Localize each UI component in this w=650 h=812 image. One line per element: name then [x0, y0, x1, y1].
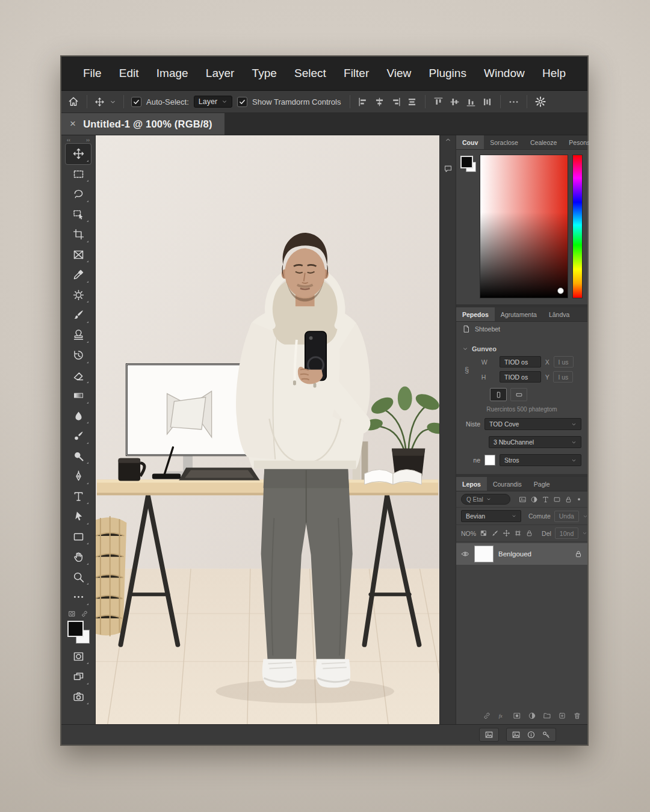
info-icon[interactable]: [527, 730, 536, 739]
filter-smart-objects-icon[interactable]: [565, 496, 572, 503]
portrait-orientation-button[interactable]: [490, 388, 507, 401]
menu-edit[interactable]: Edit: [119, 67, 139, 80]
gradient-tool[interactable]: [66, 386, 91, 406]
color-swatches[interactable]: [66, 620, 90, 644]
lock-pixels-icon[interactable]: [491, 529, 499, 537]
layer-name[interactable]: Benlgoued: [498, 550, 569, 558]
chevron-down-icon[interactable]: [110, 99, 116, 105]
swap-colors-icon[interactable]: [81, 610, 88, 618]
hue-slider[interactable]: [572, 155, 583, 298]
close-icon[interactable]: ×: [70, 118, 76, 130]
blend-mode-dropdown[interactable]: Bevian: [461, 510, 521, 522]
clone-stamp-tool[interactable]: [66, 325, 91, 346]
layer-visibility-eye-icon[interactable]: [461, 550, 469, 558]
tab-soraclose[interactable]: Soraclose: [484, 135, 524, 149]
smudge-tool[interactable]: [66, 426, 91, 446]
layer-filter-input[interactable]: Q Etal: [461, 494, 510, 505]
saturation-field[interactable]: [480, 155, 568, 298]
collapse-left-icon[interactable]: ‹‹: [67, 137, 70, 144]
menu-window[interactable]: Window: [484, 67, 525, 80]
tab-l-ndva[interactable]: Lāndva: [543, 307, 575, 321]
tab-cealeoze[interactable]: Cealeoze: [524, 135, 563, 149]
export-image-button[interactable]: [479, 728, 499, 742]
opacity-field[interactable]: Unda: [554, 511, 579, 522]
menu-file[interactable]: File: [83, 67, 102, 80]
auto-select-dropdown[interactable]: Layer: [194, 96, 232, 108]
quick-mask-button[interactable]: [66, 647, 91, 667]
key-icon[interactable]: [542, 730, 551, 739]
more-options-icon[interactable]: [508, 96, 519, 108]
height-field[interactable]: TIOD os: [500, 371, 541, 383]
tab-courandis[interactable]: Courandis: [487, 477, 528, 491]
adjustment-layer-icon[interactable]: [528, 712, 536, 720]
align-center-vertical-icon[interactable]: [449, 96, 460, 108]
move-tool[interactable]: [66, 144, 91, 164]
collapse-panel-icon[interactable]: [445, 137, 451, 143]
tab-agrutamenta[interactable]: Agrutamenta: [495, 307, 543, 321]
home-icon[interactable]: [67, 96, 79, 108]
color-picker-handle[interactable]: [557, 288, 564, 294]
hand-tool[interactable]: [66, 547, 91, 567]
share-image-button[interactable]: [66, 687, 91, 707]
tab-lepos[interactable]: Lepos: [456, 477, 487, 491]
document-tab[interactable]: × Untitled-1 @ 100% (RGB/8): [61, 113, 224, 135]
object-selection-tool[interactable]: [66, 205, 91, 225]
move-tool-icon[interactable]: [94, 97, 105, 107]
fill-dropdown[interactable]: Stros: [500, 454, 581, 466]
tab-pesons[interactable]: Pesons: [563, 135, 596, 149]
distribute-horizontal-icon[interactable]: [481, 96, 493, 108]
menu-select[interactable]: Select: [294, 67, 326, 80]
mode-dropdown[interactable]: TOD Cove: [484, 418, 581, 430]
document-canvas[interactable]: [96, 135, 440, 724]
crop-tool[interactable]: [66, 224, 91, 245]
collapse-right-icon[interactable]: ››: [86, 137, 90, 144]
layer-effects-icon[interactable]: [498, 712, 506, 720]
lock-position-icon[interactable]: [503, 529, 510, 537]
align-center-horizontal-icon[interactable]: [374, 96, 385, 108]
add-layer-mask-icon[interactable]: [513, 712, 521, 720]
lock-artboard-icon[interactable]: [514, 529, 522, 537]
screen-mode-button[interactable]: [66, 666, 91, 687]
menu-filter[interactable]: Filter: [344, 67, 369, 80]
link-dimensions-icon[interactable]: §: [465, 365, 477, 374]
menu-view[interactable]: View: [387, 67, 412, 80]
layer-row-background[interactable]: Benlgoued: [456, 543, 587, 565]
new-layer-icon[interactable]: [558, 712, 566, 720]
healing-brush-tool[interactable]: [66, 285, 91, 306]
image-status-icon[interactable]: [512, 730, 521, 739]
lock-transparency-icon[interactable]: [480, 529, 488, 537]
new-group-icon[interactable]: [543, 712, 551, 720]
menu-help[interactable]: Help: [542, 67, 566, 80]
tab-couv[interactable]: Couv: [456, 135, 484, 149]
layer-thumbnail[interactable]: [474, 546, 494, 562]
chevron-down-icon[interactable]: [582, 531, 587, 536]
type-tool[interactable]: [66, 487, 91, 507]
show-transform-checkbox[interactable]: [237, 97, 247, 107]
align-bottom-icon[interactable]: [465, 96, 477, 108]
panel-color-swatches[interactable]: [460, 155, 475, 298]
landscape-orientation-button[interactable]: [510, 388, 527, 401]
layer-fill-field[interactable]: 10nd: [555, 527, 578, 539]
eraser-tool[interactable]: [66, 366, 91, 386]
dodge-tool[interactable]: [66, 446, 91, 467]
history-panel-icon[interactable]: [444, 149, 453, 158]
align-right-icon[interactable]: [390, 96, 401, 108]
menu-type[interactable]: Type: [252, 67, 277, 80]
pen-tool[interactable]: [66, 466, 91, 487]
edit-toolbar[interactable]: [66, 587, 91, 607]
chevron-down-icon[interactable]: [583, 514, 588, 519]
link-layers-icon[interactable]: [483, 712, 491, 720]
filter-toggle-icon[interactable]: [576, 496, 582, 502]
blur-tool[interactable]: [66, 406, 91, 426]
canvas-section-header[interactable]: Gunveo: [456, 341, 587, 355]
marquee-tool[interactable]: [66, 164, 91, 185]
gear-icon[interactable]: [534, 96, 546, 108]
history-brush-tool[interactable]: [66, 345, 91, 366]
path-select-tool[interactable]: [66, 506, 91, 527]
brush-tool[interactable]: [66, 305, 91, 325]
tab-pagle[interactable]: Pagle: [528, 477, 556, 491]
default-colors-icon[interactable]: [68, 610, 76, 618]
comments-panel-icon[interactable]: [444, 164, 453, 173]
foreground-color-swatch[interactable]: [460, 156, 473, 168]
align-top-icon[interactable]: [433, 96, 444, 108]
